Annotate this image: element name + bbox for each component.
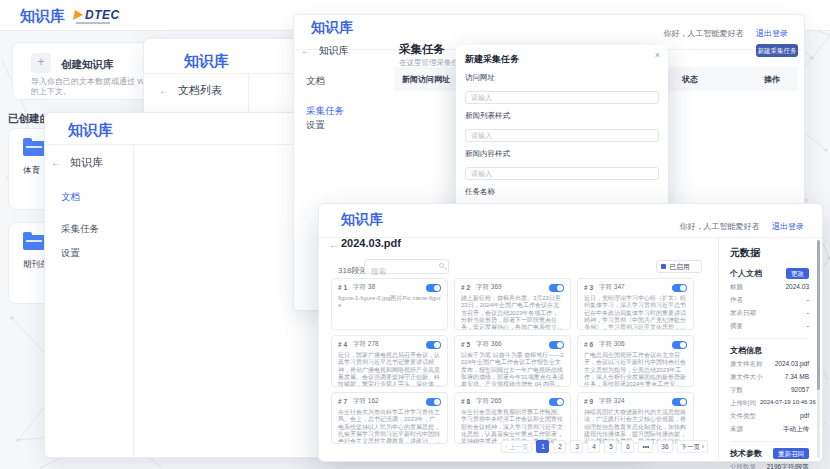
page-5[interactable]: 5: [604, 440, 617, 453]
field-label-task-name: 任务名称: [465, 187, 659, 197]
divider: [730, 338, 809, 339]
window-brand: 知识库: [311, 19, 353, 37]
logo-arrow-icon: [73, 10, 84, 20]
chunk-enabled-toggle[interactable]: [426, 398, 441, 406]
sidebar-item-settings[interactable]: 设置: [61, 247, 80, 260]
page-4[interactable]: 4: [587, 440, 600, 453]
back-kb[interactable]: ← 知识库: [301, 44, 349, 58]
chunk-card-3[interactable]: # 3字符 347 近日，党组理论学习中心组（扩大）组织集体学习，深入学习贯彻习…: [577, 278, 694, 330]
modal-title: 新建采集任务: [465, 53, 659, 66]
field-label-content-style: 新闻内容样式: [465, 149, 659, 159]
logout-link[interactable]: 退出登录: [772, 222, 804, 231]
chunk-card-9[interactable]: # 9字符 324 持续巩固壮大奋进新时代的主流思想舆论，广泛践行社会主义核心价…: [577, 392, 694, 444]
status-filter-chip[interactable]: 已启用: [656, 260, 702, 273]
edit-metadata-button[interactable]: 更改: [786, 268, 809, 279]
new-task-button[interactable]: 新建采集任务: [756, 44, 798, 57]
back-doc-list[interactable]: ← 文档列表: [159, 83, 222, 98]
chunk-enabled-toggle[interactable]: [549, 341, 564, 349]
doc-info-title: 文档信息: [730, 345, 809, 356]
page-ellipsis[interactable]: •••: [638, 440, 653, 453]
chunk-enabled-toggle[interactable]: [672, 398, 687, 406]
chunk-card-5[interactable]: # 5字符 366 以实干为笔 以奋斗为墨 奋楫笃行——2024年全国广电工作会…: [454, 335, 571, 387]
sidebar-item-documents[interactable]: 文档: [306, 75, 325, 88]
chunk-enabled-toggle[interactable]: [426, 284, 441, 292]
window-brand: 知识库: [184, 52, 229, 71]
field-label-url: 访问网址: [465, 73, 659, 83]
folder-icon: [23, 141, 45, 156]
status-dot-icon: [661, 264, 666, 269]
greeting-text: 你好，人工智能爱好者: [680, 222, 760, 231]
prev-page-button[interactable]: ‹ 上一页: [501, 440, 532, 453]
chunk-enabled-toggle[interactable]: [672, 341, 687, 349]
chunk-card-1[interactable]: # 1字符 38 figure-1-figure-0.jpg图片Pic name…: [331, 278, 448, 330]
chunk-search-box[interactable]: [364, 259, 449, 274]
chunk-card-8[interactable]: # 8字符 265 在全社会营造重视履职尽责工作氛围。学习贯彻中央经济工作会议和…: [454, 392, 571, 444]
field-input-content-style[interactable]: [465, 167, 659, 180]
logo-tagline-decoration: [76, 22, 110, 24]
dtec-logo: DTEC: [74, 8, 120, 22]
divider: [730, 441, 809, 442]
scrollbar-thumb[interactable]: [817, 240, 820, 390]
chunk-card-7[interactable]: # 7字符 162 在全社会大兴崇尚科学工作学习宣传之风。会上，总书记强调，20…: [331, 392, 448, 444]
page-1[interactable]: 1: [536, 440, 549, 453]
chunk-grid: # 1字符 38 figure-1-figure-0.jpg图片Pic name…: [331, 278, 695, 444]
window-brand: 知识库: [68, 121, 113, 140]
page-3[interactable]: 3: [570, 440, 583, 453]
divider: [133, 144, 134, 457]
back-arrow-icon: ←: [159, 85, 169, 96]
field-label-list-style: 新闻列表样式: [465, 111, 659, 121]
document-detail-window: 知识库 你好，人工智能爱好者 退出登录 ← 2024.03.pdf 318段落 …: [318, 203, 823, 462]
user-area: 你好，人工智能爱好者 退出登录: [680, 215, 804, 233]
page-6[interactable]: 6: [621, 440, 634, 453]
col-status: 状态: [682, 74, 698, 85]
chunk-enabled-toggle[interactable]: [426, 341, 441, 349]
tech-params-title: 技术参数: [730, 448, 762, 459]
chunk-card-6[interactable]: # 6字符 306 广电总局全国视听工作会议在北京召开，会议以习近平新时代中国特…: [577, 335, 694, 387]
close-icon[interactable]: ×: [655, 50, 660, 60]
chunk-enabled-toggle[interactable]: [549, 398, 564, 406]
back-arrow-icon[interactable]: ←: [329, 239, 339, 250]
chunk-enabled-toggle[interactable]: [549, 284, 564, 292]
user-area: 你好，人工智能爱好者 退出登录: [664, 22, 788, 40]
chunk-card-2[interactable]: # 2字符 369 踏上新征程，奋楫再出发。3月22日至23日，2024年全国广…: [454, 278, 571, 330]
col-action: 操作: [764, 74, 780, 85]
col-url: 新闻访问网址: [402, 74, 450, 85]
sidebar-item-documents[interactable]: 文档: [61, 191, 80, 204]
sidebar-item-collect-tasks[interactable]: 采集任务: [306, 105, 344, 118]
pagination: ‹ 上一页 1 2 3 4 5 6 ••• 36 下一页 ›: [331, 440, 708, 453]
document-title: 2024.03.pdf: [341, 237, 401, 249]
metadata-sidebar: 元数据 个人文档 更改 标题2024.03 作者- 发表日期- 摘要- 文档信息…: [718, 237, 817, 463]
chunk-card-4[interactable]: # 4字符 278 近日，国家广播电视总局召开会议，认真学习贯彻习近平总书记重要…: [331, 335, 448, 387]
paragraph-count: 318段落: [338, 265, 367, 276]
new-task-modal: 新建采集任务 × 访问网址 新闻列表样式 新闻内容样式 任务名称 是否定时执行 …: [456, 45, 668, 221]
search-icon: [439, 263, 444, 268]
field-input-list-style[interactable]: [465, 129, 659, 142]
greeting-text: 你好，人工智能爱好者: [664, 29, 744, 38]
back-kb[interactable]: ← 知识库: [51, 155, 103, 170]
scrollbar[interactable]: [817, 240, 820, 458]
re-recall-button[interactable]: 重新召回: [773, 448, 809, 459]
screen: 知识库 DTEC + 创建知识库 导入你自己的文本数据或通过 Webhook 实…: [0, 0, 830, 469]
plus-icon: +: [31, 53, 51, 73]
metadata-title: 元数据: [730, 246, 809, 260]
window-brand: 知识库: [341, 211, 383, 229]
sidebar-item-collect-tasks[interactable]: 采集任务: [61, 223, 99, 236]
folder-icon: [23, 235, 45, 250]
field-input-url[interactable]: [465, 91, 659, 104]
sidebar-item-settings[interactable]: 设置: [306, 119, 325, 132]
page-36[interactable]: 36: [657, 440, 672, 453]
logout-link[interactable]: 退出登录: [756, 29, 788, 38]
chunk-enabled-toggle[interactable]: [672, 284, 687, 292]
next-page-button[interactable]: 下一页 ›: [677, 440, 708, 453]
search-input[interactable]: [365, 265, 435, 278]
back-arrow-icon: ←: [51, 157, 61, 168]
app-brand: 知识库: [20, 7, 65, 26]
back-arrow-icon: ←: [301, 45, 311, 56]
page-title: 采集任务: [399, 42, 445, 57]
create-knowledge-title: 创建知识库: [61, 58, 114, 72]
doc-type-label: 个人文档: [730, 268, 762, 279]
page-2[interactable]: 2: [553, 440, 566, 453]
